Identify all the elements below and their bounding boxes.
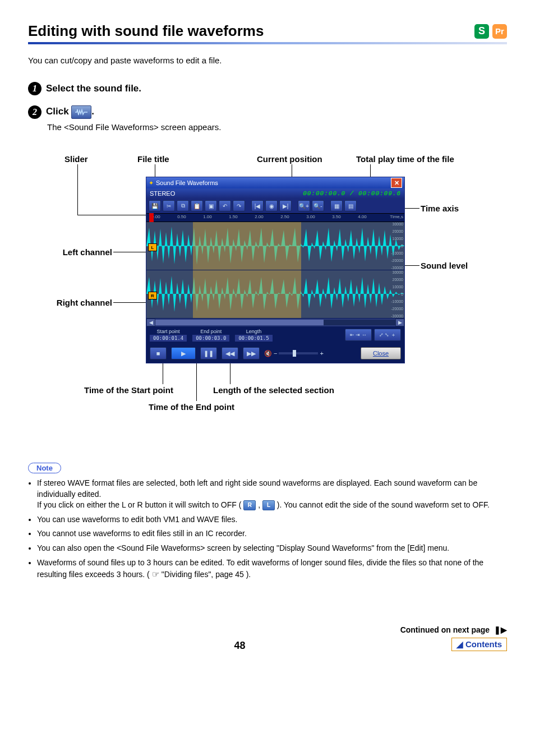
sound-file-waveforms-window: ✦ Sound File Waveforms ✕ STEREO 00:00:00… — [146, 177, 405, 363]
waveform-area: L 300002000010000 0-10000-20000 -30000 R… — [146, 222, 404, 319]
window-close-button[interactable]: ✕ — [391, 178, 402, 188]
badge-pr-icon: Pr — [492, 24, 507, 39]
note-item: You can also open the <Sound File Wavefo… — [37, 543, 507, 554]
waveform-diagram: Slider File title Current position Total… — [28, 154, 507, 435]
length-label: Length — [235, 329, 272, 334]
length-value: 00:00:01.5 — [235, 335, 272, 342]
forward-button[interactable]: ▶▶ — [243, 347, 260, 359]
zoom-in-icon[interactable]: 🔍+ — [298, 200, 310, 211]
speaker-icon: 🔇 — [264, 350, 272, 357]
continued-row: Continued on next page ❚▶ — [28, 625, 507, 634]
time-display: 00:00:00.0 / 00:00:09.6 — [303, 190, 401, 197]
stop-button[interactable]: ■ — [150, 347, 167, 359]
crop-icon[interactable]: ▣ — [205, 200, 217, 211]
amp-scale-left: 300002000010000 0-10000-20000 -30000 — [388, 222, 403, 270]
notes-list: If stereo WAVE format files are selected… — [28, 478, 507, 580]
marker-end-icon[interactable]: ▶| — [279, 200, 292, 211]
scroll-right-icon[interactable]: ▶ — [395, 319, 404, 326]
note-5-link[interactable]: "Dividing files", page 45 — [162, 570, 244, 579]
contents-button[interactable]: ◢ Contents — [451, 638, 507, 651]
channel-left[interactable]: L 300002000010000 0-10000-20000 -30000 — [146, 222, 404, 270]
window-icon: ✦ — [149, 179, 154, 187]
channel-right[interactable]: R 300002000010000 0-10000-20000 -30000 — [146, 270, 404, 319]
rewind-button[interactable]: ◀◀ — [222, 347, 238, 359]
label-right-channel: Right channel — [49, 298, 112, 307]
ruler-tick: 3.00 — [306, 214, 315, 219]
horizontal-scrollbar[interactable]: ◀ ▶ — [146, 319, 404, 326]
back-icon: ◢ — [456, 639, 463, 649]
step-2-number: 2 — [28, 105, 41, 119]
length-box: Length 00:00:01.5 — [235, 329, 272, 342]
note-item: Waveforms of sound files up to 3 hours c… — [37, 557, 507, 580]
step-2: 2 Click . — [28, 105, 507, 119]
copy-icon[interactable]: ⧉ — [177, 200, 189, 211]
marker-point-icon[interactable]: ◉ — [265, 200, 278, 211]
step-2-text: Click . — [46, 105, 94, 119]
volume-thumb[interactable] — [293, 350, 296, 357]
undo-icon[interactable]: ↶ — [219, 200, 231, 211]
pointer-icon: ☞ — [152, 569, 162, 579]
note-item: You can use waveforms to edit both VM1 a… — [37, 514, 507, 525]
view-a-icon[interactable]: ▦ — [330, 200, 343, 211]
label-file-title: File title — [137, 154, 169, 164]
step-1: 1 Select the sound file. — [28, 82, 507, 95]
intro-text: You can cut/copy and paste waveforms to … — [28, 56, 507, 65]
view-b-icon[interactable]: ▤ — [344, 200, 357, 211]
label-start-time: Time of the Start point — [84, 385, 173, 395]
page-number: 48 — [234, 640, 245, 651]
scroll-left-icon[interactable]: ◀ — [146, 319, 155, 326]
title-divider — [28, 42, 507, 44]
note-5-post: ). — [246, 570, 251, 579]
label-sel-length: Length of the selected section — [213, 385, 334, 395]
note-1b-post: ). You cannot edit the side of the sound… — [277, 500, 490, 509]
ruler-tick: 0.50 — [177, 214, 186, 219]
ruler-tick: 1.50 — [229, 214, 238, 219]
end-point-box: End point 00:00:03.0 — [192, 329, 229, 342]
label-sound-level: Sound level — [421, 261, 468, 270]
note-5-pre: Waveforms of sound files up to 3 hours c… — [37, 558, 483, 579]
waveform-button-icon[interactable] — [71, 105, 91, 119]
label-slider: Slider — [64, 154, 88, 164]
next-page-icon[interactable]: ❚▶ — [494, 625, 507, 634]
zoom-out-icon[interactable]: 🔍- — [312, 200, 324, 211]
channel-l-toggle[interactable]: L — [148, 243, 157, 251]
badge-s-icon: S — [474, 24, 489, 39]
step-1-number: 1 — [28, 82, 41, 95]
step-2-sub: The <Sound File Waveforms> screen appear… — [47, 122, 507, 132]
zoom-v-group[interactable]: ⤢ ⤡ ＋ — [374, 329, 401, 341]
status-bar: STEREO 00:00:00.0 / 00:00:09.6 — [146, 188, 404, 199]
marker-start-icon[interactable]: |◀ — [251, 200, 264, 211]
end-point-value: 00:00:03.0 — [192, 335, 229, 342]
playback-row: ■ ▶ ❚❚ ◀◀ ▶▶ 🔇 − + Close — [146, 344, 404, 363]
header-badges: S Pr — [474, 24, 507, 39]
ruler-tick: 4.00 — [358, 214, 367, 219]
paste-icon[interactable]: 📋 — [191, 200, 203, 211]
playhead-slider[interactable] — [149, 213, 154, 222]
play-button[interactable]: ▶ — [171, 347, 196, 359]
ruler-tick: 3.50 — [332, 214, 341, 219]
stereo-label: STEREO — [150, 190, 175, 197]
save-icon[interactable]: 💾 — [149, 200, 161, 211]
selection-left[interactable] — [193, 222, 301, 270]
note-label: Note — [28, 463, 61, 473]
continued-text: Continued on next page — [400, 625, 490, 634]
volume-control[interactable]: 🔇 − + — [264, 350, 324, 357]
start-point-box: Start point 00:00:01.4 — [150, 329, 187, 342]
close-button[interactable]: Close — [361, 347, 401, 359]
redo-icon[interactable]: ↷ — [233, 200, 245, 211]
selection-right[interactable] — [193, 270, 301, 318]
step-2-prefix: Click — [46, 106, 71, 117]
toolbar: 💾 ✂ ⧉ 📋 ▣ ↶ ↷ |◀ ◉ ▶| 🔍+ 🔍- ▦ ▤ — [146, 199, 404, 213]
ruler-tick: 2.50 — [280, 214, 289, 219]
pause-button[interactable]: ❚❚ — [200, 347, 217, 359]
l-off-chip-icon: L — [262, 500, 275, 510]
label-total-time: Total play time of the file — [356, 154, 454, 164]
channel-r-toggle[interactable]: R — [148, 292, 157, 299]
scroll-thumb[interactable] — [155, 320, 324, 325]
step-1-text: Select the sound file. — [46, 83, 141, 94]
cut-icon[interactable]: ✂ — [163, 200, 175, 211]
ruler-unit: Time,s — [390, 214, 403, 219]
zoom-h-group[interactable]: ⇤ ⇥ ↔ — [345, 329, 372, 341]
points-row: Start point 00:00:01.4 End point 00:00:0… — [146, 326, 404, 344]
time-ruler: 0.00 0.50 1.00 1.50 2.00 2.50 3.00 3.50 … — [146, 213, 404, 222]
